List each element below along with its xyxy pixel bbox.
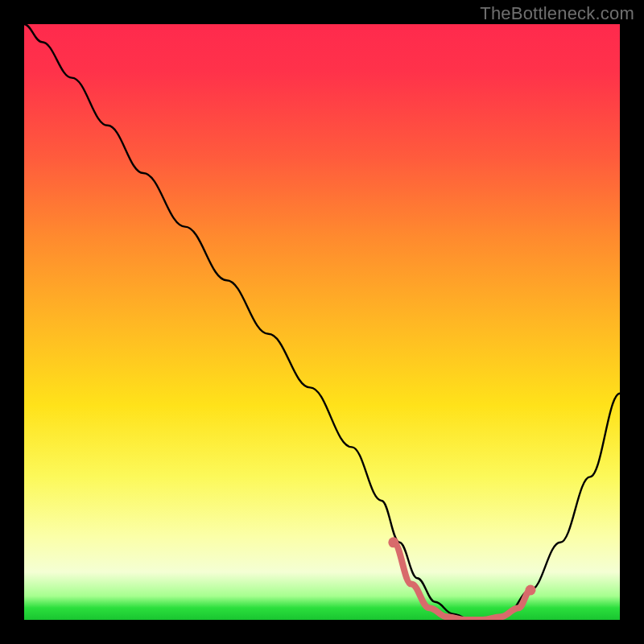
watermark-text: TheBottleneck.com (480, 3, 634, 24)
curve-layer (24, 24, 620, 620)
bottleneck-curve (24, 24, 620, 620)
marker-dot (388, 537, 398, 547)
marker-dot (526, 585, 536, 596)
marker-segment (394, 543, 530, 620)
plot-area (24, 24, 620, 620)
chart-frame: TheBottleneck.com (0, 0, 644, 644)
